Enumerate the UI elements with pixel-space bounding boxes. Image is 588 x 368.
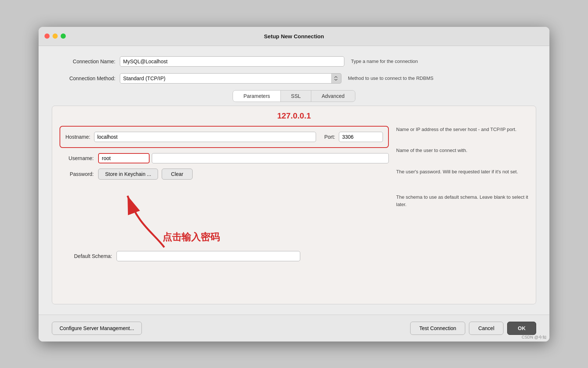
form-content: Connection Name: Type a name for the con… — [39, 46, 549, 315]
watermark: CSDN @今知 — [522, 335, 546, 340]
annotation-area: 点击输入密码 — [60, 185, 389, 251]
chevron-updown-icon — [334, 76, 338, 81]
schema-hint: The schema to use as default schema. Lea… — [396, 194, 528, 208]
hostname-label: Hostname: — [65, 134, 90, 140]
host-hint: Name or IP address of the server host - … — [396, 126, 528, 133]
titlebar: Setup New Connection — [39, 27, 549, 46]
annotation-text: 点击输入密码 — [162, 231, 220, 244]
hostname-input[interactable] — [94, 132, 316, 142]
annotation-arrow — [116, 181, 190, 255]
configure-server-button[interactable]: Configure Server Management... — [52, 322, 142, 335]
store-in-keychain-button[interactable]: Store in Keychain ... — [98, 169, 158, 180]
host-port-row: Hostname: Port: — [65, 132, 383, 142]
tab-advanced[interactable]: Advanced — [311, 91, 355, 102]
connection-name-row: Connection Name: Type a name for the con… — [52, 56, 536, 67]
username-input-rest[interactable] — [152, 153, 389, 163]
window-title: Setup New Connection — [264, 33, 324, 39]
username-row: Username: — [60, 153, 389, 163]
connection-name-hint: Type a name for the connection — [351, 59, 536, 64]
minimize-button[interactable] — [53, 33, 58, 39]
password-hint: The user's password. Will be requested l… — [396, 168, 528, 176]
tab-ssl[interactable]: SSL — [281, 91, 311, 102]
clear-button[interactable]: Clear — [162, 169, 192, 180]
main-window: Setup New Connection Connection Name: Ty… — [39, 27, 549, 342]
tab-parameters[interactable]: Parameters — [233, 91, 280, 102]
schema-row: Default Schema: — [60, 251, 389, 261]
panel-right: Name or IP address of the server host - … — [396, 115, 528, 266]
username-input[interactable] — [98, 153, 150, 163]
close-button[interactable] — [44, 33, 50, 39]
schema-label: Default Schema: — [60, 253, 116, 259]
username-hint: Name of the user to connect with. — [396, 147, 528, 154]
port-input[interactable] — [339, 132, 383, 142]
cancel-button[interactable]: Cancel — [469, 322, 503, 335]
overlay-ip: 127.0.0.1 — [277, 111, 311, 121]
parameters-panel: 127.0.0.1 Hostname: Port: — [52, 106, 536, 304]
connection-method-input[interactable] — [120, 73, 331, 84]
connection-method-hint: Method to use to connect to the RDBMS — [348, 75, 536, 81]
ok-button[interactable]: OK — [507, 322, 536, 335]
connection-method-row: Connection Method: Method to use to conn… — [52, 73, 536, 84]
password-label: Password: — [60, 171, 98, 177]
panel-left: Hostname: Port: Username: — [60, 115, 389, 266]
bottom-bar: Configure Server Management... Test Conn… — [39, 315, 549, 342]
connection-method-label: Connection Method: — [52, 75, 120, 81]
connection-method-arrow[interactable] — [331, 73, 341, 84]
port-label: Port: — [324, 134, 335, 140]
traffic-lights — [44, 33, 66, 39]
panel-inner: Hostname: Port: Username: — [60, 115, 528, 266]
password-row: Password: Store in Keychain ... Clear — [60, 169, 389, 180]
maximize-button[interactable] — [61, 33, 66, 39]
tabs-container: Parameters SSL Advanced — [52, 90, 536, 106]
hostname-port-box: Hostname: Port: — [60, 126, 389, 148]
connection-name-input[interactable] — [120, 56, 344, 67]
username-label: Username: — [60, 155, 98, 161]
tabs: Parameters SSL Advanced — [233, 90, 355, 102]
test-connection-button[interactable]: Test Connection — [410, 322, 465, 335]
connection-name-label: Connection Name: — [52, 59, 120, 64]
connection-method-wrapper — [120, 73, 341, 84]
